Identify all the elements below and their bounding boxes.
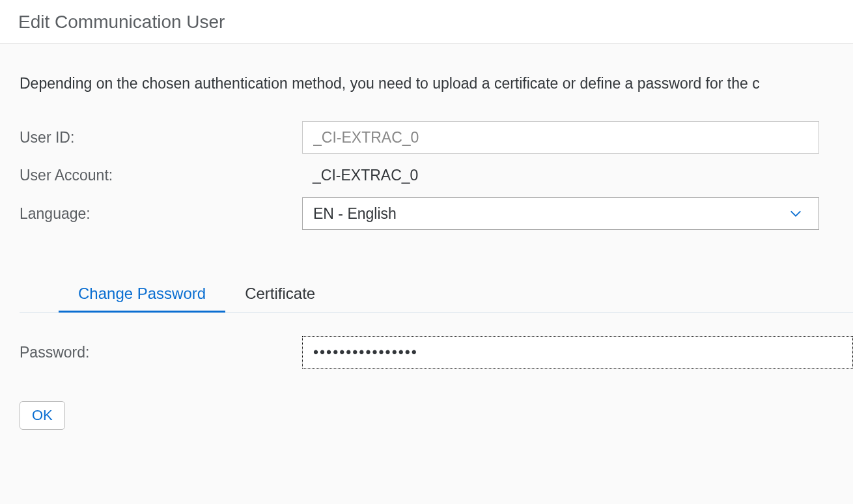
chevron-down-icon [789,206,803,221]
dialog-content: Depending on the chosen authentication m… [0,44,853,504]
language-value: EN - English [313,205,397,223]
password-input[interactable] [302,336,853,369]
ok-button[interactable]: OK [20,401,65,430]
tab-change-password[interactable]: Change Password [59,275,225,312]
user-id-row: User ID: [20,121,853,154]
language-label: Language: [20,205,302,223]
tab-certificate[interactable]: Certificate [225,275,335,312]
user-account-label: User Account: [20,167,302,184]
language-row: Language: EN - English [20,197,853,230]
password-row: Password: [20,336,853,369]
language-select-wrapper: EN - English [302,197,819,230]
password-label: Password: [20,344,302,361]
language-select[interactable]: EN - English [302,197,819,230]
tabs-container: Change Password Certificate [20,275,853,313]
page-title: Edit Communication User [18,12,835,33]
user-id-input[interactable] [302,121,819,154]
user-account-value: _CI-EXTRAC_0 [302,167,418,184]
dialog-header: Edit Communication User [0,0,853,44]
description-text: Depending on the chosen authentication m… [20,75,853,92]
user-id-label: User ID: [20,129,302,147]
user-account-row: User Account: _CI-EXTRAC_0 [20,167,853,184]
